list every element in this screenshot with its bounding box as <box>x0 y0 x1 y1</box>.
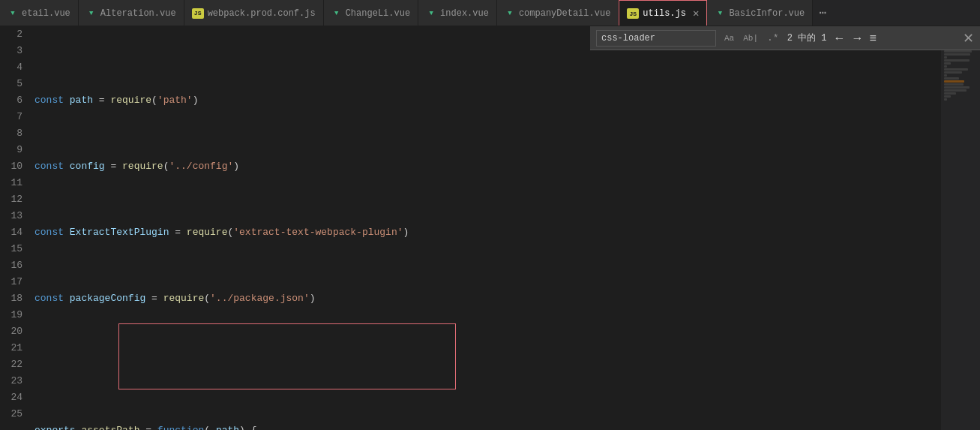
line-num: 6 <box>6 92 22 109</box>
vue-icon: ▼ <box>426 8 436 19</box>
tab-label: BasicInfor.vue <box>729 8 805 19</box>
tab-alteration-vue[interactable]: ▼ Alteration.vue <box>79 0 184 26</box>
token: const <box>34 92 70 109</box>
vue-icon: ▼ <box>7 8 18 19</box>
code-content: 2 3 4 5 6 7 8 9 10 11 12 13 14 15 16 17 … <box>0 26 941 430</box>
search-count: 2 中的 1 <box>787 32 827 44</box>
main-container: 2 3 4 5 6 7 8 9 10 11 12 13 14 15 16 17 … <box>0 26 980 430</box>
token: require <box>110 92 151 109</box>
search-expand-button[interactable]: ≡ <box>867 32 878 44</box>
tab-basicinfor-vue[interactable]: ▼ BasicInfor.vue <box>707 0 813 26</box>
tab-company-detail[interactable]: ▼ companyDetail.vue <box>497 0 619 26</box>
tab-detail-vue[interactable]: ▼ etail.vue <box>0 0 79 26</box>
code-line-7: exports.assetsPath = function(_path) { <box>34 422 941 430</box>
token: packageConfig <box>70 290 145 307</box>
line-num: 15 <box>6 241 22 257</box>
search-bar: Aa Ab| .* 2 中的 1 ← → ≡ ✕ <box>590 26 980 50</box>
line-num: 2 <box>6 26 22 43</box>
search-options: Aa Ab| .* <box>721 31 783 45</box>
line-num: 22 <box>6 356 22 373</box>
token: config <box>70 158 105 175</box>
token: ) { <box>239 422 256 430</box>
line-num: 19 <box>6 307 22 323</box>
token: exports <box>34 422 76 430</box>
search-input[interactable] <box>596 30 716 47</box>
token: = <box>169 224 186 241</box>
tab-changeli-vue[interactable]: ▼ ChangeLi.vue <box>324 0 418 26</box>
tab-index-vue[interactable]: ▼ index.vue <box>418 0 497 26</box>
tab-label: companyDetail.vue <box>519 8 610 19</box>
tab-overflow-button[interactable]: ⋯ <box>813 0 832 26</box>
vue-icon: ▼ <box>505 8 515 19</box>
js-icon: JS <box>627 8 639 19</box>
minimap <box>941 26 980 430</box>
token: _path <box>210 422 239 430</box>
search-close-button[interactable]: ✕ <box>963 32 974 45</box>
search-next-button[interactable]: → <box>849 32 865 44</box>
line-num: 24 <box>6 389 22 406</box>
line-num: 10 <box>6 158 22 175</box>
search-nav: ← → ≡ <box>831 32 878 44</box>
code-lines: const path = require('path') const confi… <box>31 26 941 430</box>
token: function <box>157 422 204 430</box>
line-num: 16 <box>6 257 22 274</box>
token: ExtractTextPlugin <box>70 224 169 241</box>
token: = <box>139 422 157 430</box>
token: ) <box>403 224 409 241</box>
line-numbers: 2 3 4 5 6 7 8 9 10 11 12 13 14 15 16 17 … <box>0 26 31 430</box>
regex-button[interactable]: .* <box>763 31 783 45</box>
token: ( <box>204 422 210 430</box>
line-num: 5 <box>6 76 22 92</box>
tab-label: Alteration.vue <box>100 8 176 19</box>
token: '../config' <box>169 158 233 175</box>
token: ( <box>204 290 210 307</box>
line-num: 12 <box>6 191 22 208</box>
token: path <box>70 92 93 109</box>
line-num: 4 <box>6 59 22 76</box>
token: '../package.json' <box>210 290 310 307</box>
tab-utils-js[interactable]: JS utils.js ✕ <box>619 0 707 26</box>
code-line-3: const config = require('../config') <box>34 158 941 175</box>
token: require <box>187 224 228 241</box>
line-num: 7 <box>6 109 22 125</box>
match-case-button[interactable]: Aa <box>721 31 738 45</box>
line-num: 9 <box>6 142 22 158</box>
tab-webpack-prod[interactable]: JS webpack.prod.conf.js <box>184 0 324 26</box>
line-num: 8 <box>6 125 22 142</box>
tab-label: index.vue <box>440 8 489 19</box>
token: require <box>122 158 163 175</box>
tab-label: webpack.prod.conf.js <box>208 8 316 19</box>
search-prev-button[interactable]: ← <box>831 32 847 44</box>
line-num: 11 <box>6 175 22 191</box>
token: ) <box>233 158 239 175</box>
token: require <box>163 290 205 307</box>
tab-label: ChangeLi.vue <box>346 8 410 19</box>
code-line-4: const ExtractTextPlugin = require('extra… <box>34 224 941 241</box>
token: 'extract-text-webpack-plugin' <box>233 224 403 241</box>
token: ) <box>310 290 316 307</box>
vue-icon: ▼ <box>331 8 342 19</box>
line-num: 17 <box>6 274 22 290</box>
line-num: 3 <box>6 43 22 59</box>
tab-label: etail.vue <box>22 8 70 19</box>
vue-icon: ▼ <box>715 8 725 19</box>
line-num: 21 <box>6 340 22 356</box>
line-num: 23 <box>6 373 22 389</box>
token: const <box>34 290 70 307</box>
code-line-2: const path = require('path') <box>34 92 941 109</box>
code-line-5: const packageConfig = require('../packag… <box>34 290 941 307</box>
code-line-6 <box>34 356 941 373</box>
tab-label: utils.js <box>643 8 686 19</box>
whole-word-button[interactable]: Ab| <box>739 31 762 45</box>
tab-bar: ▼ etail.vue ▼ Alteration.vue JS webpack.… <box>0 0 980 26</box>
token: ( <box>151 92 157 109</box>
token: const <box>34 224 70 241</box>
token: = <box>145 290 163 307</box>
token: ( <box>163 158 169 175</box>
js-icon: JS <box>192 8 204 19</box>
token: 'path' <box>157 92 193 109</box>
token: assetsPath <box>81 422 139 430</box>
code-area: 2 3 4 5 6 7 8 9 10 11 12 13 14 15 16 17 … <box>0 26 941 430</box>
tab-close-button[interactable]: ✕ <box>693 8 699 19</box>
line-num: 14 <box>6 224 22 241</box>
